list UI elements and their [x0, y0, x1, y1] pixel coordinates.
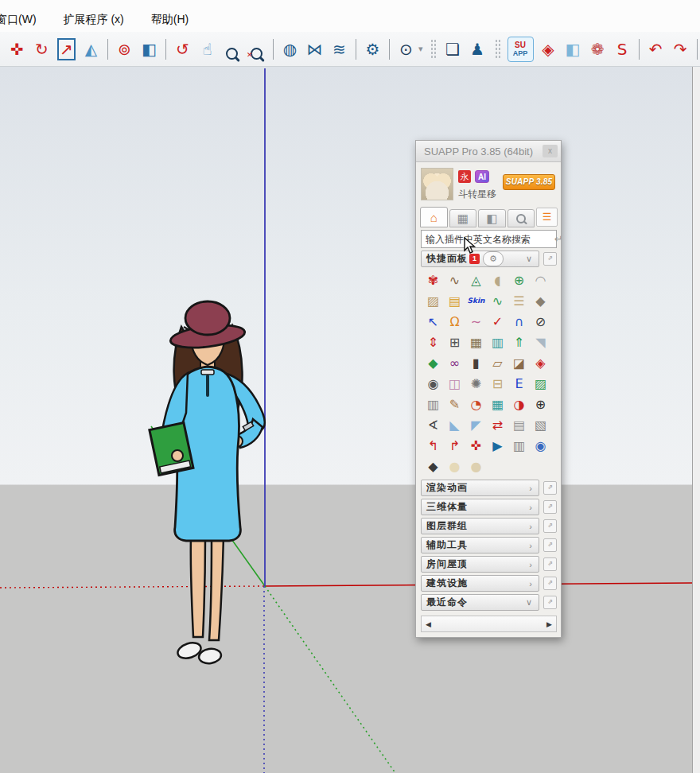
plugin-icon[interactable]: ↱ — [444, 435, 465, 456]
orbit-tool-icon[interactable]: ↺ — [172, 37, 193, 62]
menu-item-2[interactable]: 帮助(H) — [148, 11, 192, 29]
plugin-search-input[interactable] — [422, 234, 550, 245]
plugin-icon[interactable]: ✎ — [444, 394, 465, 414]
plugin-icon[interactable]: ▤ — [444, 290, 465, 311]
plugin-icon[interactable]: ▨ — [530, 373, 551, 394]
plugin-icon[interactable]: ↰ — [422, 435, 444, 456]
add-person-icon[interactable]: ♟ — [467, 37, 488, 62]
menu-item-1[interactable]: 扩展程序 (x) — [60, 11, 127, 29]
plugin-icon[interactable]: ▱ — [487, 352, 508, 373]
plugin-icon[interactable]: ✾ — [422, 270, 444, 290]
plugin-icon[interactable]: ▧ — [530, 414, 551, 435]
suapp-version-button[interactable]: SUAPP 3.85 — [503, 174, 555, 190]
chevron-down-icon[interactable]: ∨ — [526, 597, 532, 608]
plugin-gear-icon[interactable]: ⚙ — [362, 37, 383, 62]
gear-icon[interactable]: ⚙ — [483, 251, 504, 266]
section-header[interactable]: 建筑设施› — [421, 575, 539, 592]
plugin-icon[interactable]: ◆ — [530, 290, 551, 311]
new-file-icon[interactable]: ❏ — [442, 37, 464, 62]
material-drop-icon[interactable]: ◧ — [562, 37, 584, 62]
external-link-icon[interactable]: ⇗ — [543, 519, 557, 533]
dropdown-caret-icon[interactable]: ▾ — [418, 44, 423, 54]
flower-component-icon[interactable]: ❁ — [587, 37, 609, 62]
plugin-icon[interactable]: ◤ — [465, 414, 487, 435]
section-header[interactable]: 最近命令∨ — [421, 594, 539, 611]
section-header[interactable]: 渲染动画› — [421, 480, 539, 496]
pan-tool-icon[interactable]: ☝ — [196, 37, 218, 62]
curvizard-icon[interactable]: ⋈ — [304, 37, 325, 62]
plugin-icon[interactable]: ⇄ — [487, 414, 508, 435]
plugin-icon[interactable]: ▮ — [465, 352, 487, 373]
plugin-icon[interactable]: ▶ — [487, 435, 508, 456]
section-header[interactable]: 房间屋顶› — [421, 556, 539, 573]
tab-library[interactable]: ▦ — [449, 209, 477, 227]
plugin-icon[interactable]: ◠ — [530, 270, 551, 290]
chevron-right-icon[interactable]: › — [529, 541, 532, 550]
chevron-right-icon[interactable]: › — [529, 503, 532, 512]
plugin-icon[interactable]: ✜ — [465, 435, 487, 456]
plugin-icon[interactable]: ◫ — [444, 373, 465, 394]
section-header[interactable]: 图层群组› — [421, 518, 539, 534]
suapp-box-icon[interactable]: ◈ — [538, 37, 559, 62]
plugin-icon[interactable]: ◥ — [530, 332, 551, 352]
plugin-icon[interactable]: Skin — [465, 290, 487, 311]
plugin-icon[interactable]: ◬ — [465, 270, 487, 290]
plugin-icon[interactable]: ∞ — [444, 352, 465, 373]
plugin-icon[interactable]: ⇑ — [508, 332, 530, 352]
suapp-toolbar-button[interactable]: SUAPP — [508, 37, 534, 62]
brush-refresh-icon[interactable]: ↷ — [670, 37, 691, 62]
plugin-icon[interactable]: ∢ — [422, 414, 444, 435]
plugin-icon[interactable]: ◉ — [530, 435, 551, 456]
section-header[interactable]: 三维体量› — [421, 499, 539, 515]
plugin-icon[interactable]: ▥ — [508, 435, 530, 456]
plugin-icon[interactable]: ∿ — [444, 270, 465, 290]
external-link-icon[interactable]: ⇗ — [543, 500, 557, 514]
plugin-icon[interactable]: ● — [465, 456, 487, 476]
plugin-icon[interactable]: ⊕ — [530, 394, 551, 414]
enter-icon[interactable]: ↵ — [550, 233, 567, 245]
plugin-icon[interactable]: ◔ — [465, 394, 487, 414]
external-link-icon[interactable]: ⇗ — [543, 557, 557, 571]
viewport-canvas[interactable] — [0, 67, 693, 773]
plugin-icon[interactable]: ⊞ — [444, 332, 465, 352]
plugin-icon[interactable]: ◣ — [444, 414, 465, 435]
plugin-icon[interactable]: ⊟ — [487, 373, 508, 394]
zoom-extents-tool-icon[interactable] — [246, 37, 267, 62]
plugin-icon[interactable]: ● — [444, 456, 465, 476]
chevron-right-icon[interactable]: › — [529, 522, 532, 531]
chevron-right-icon[interactable]: › — [529, 484, 532, 493]
external-link-icon[interactable]: ⇗ — [543, 481, 557, 495]
scale-tool-icon[interactable]: ↗ — [56, 37, 77, 62]
flip-tool-icon[interactable]: ◭ — [80, 37, 102, 62]
plugin-icon[interactable]: ◈ — [530, 352, 551, 373]
plugin-icon[interactable]: ◆ — [422, 456, 444, 476]
chevron-down-icon[interactable]: ∨ — [526, 254, 532, 264]
plugin-icon[interactable]: ⊕ — [508, 270, 530, 290]
extension-shield-icon[interactable]: ◍ — [279, 37, 301, 62]
account-icon[interactable]: ⊙ — [395, 37, 417, 62]
external-link-icon[interactable]: ⇗ — [543, 252, 557, 266]
plugin-icon[interactable]: ✓ — [487, 311, 508, 332]
menu-item-0[interactable]: 窗口(W) — [0, 11, 40, 29]
plugin-icon[interactable]: E — [508, 373, 530, 394]
s-logo-icon[interactable]: S — [612, 37, 633, 62]
toolbar-grip[interactable] — [430, 39, 436, 60]
zoom-tool-icon[interactable] — [221, 37, 243, 62]
layers-export-icon[interactable]: ≋ — [329, 37, 350, 62]
section-header[interactable]: 辅助工具› — [421, 537, 539, 554]
plugin-icon[interactable]: ▥ — [487, 332, 508, 352]
ai-badge[interactable]: AI — [475, 170, 489, 183]
plugin-icon[interactable]: ↖ — [422, 311, 444, 332]
plugin-icon[interactable]: ◉ — [422, 373, 444, 394]
plugin-icon[interactable]: ▦ — [487, 394, 508, 414]
plugin-icon[interactable]: ✺ — [465, 373, 487, 394]
paint-bucket-tool-icon[interactable]: ◧ — [138, 37, 160, 62]
plugin-icon[interactable]: ☰ — [508, 290, 530, 311]
external-link-icon[interactable]: ⇗ — [543, 538, 557, 552]
plugin-icon[interactable]: ∩ — [508, 311, 530, 332]
plugin-icon[interactable]: ◆ — [422, 352, 444, 373]
tab-search[interactable] — [508, 209, 535, 227]
plugin-icon[interactable]: ▦ — [465, 332, 487, 352]
chevron-right-icon[interactable]: › — [529, 560, 532, 569]
close-button[interactable]: x — [542, 145, 558, 157]
